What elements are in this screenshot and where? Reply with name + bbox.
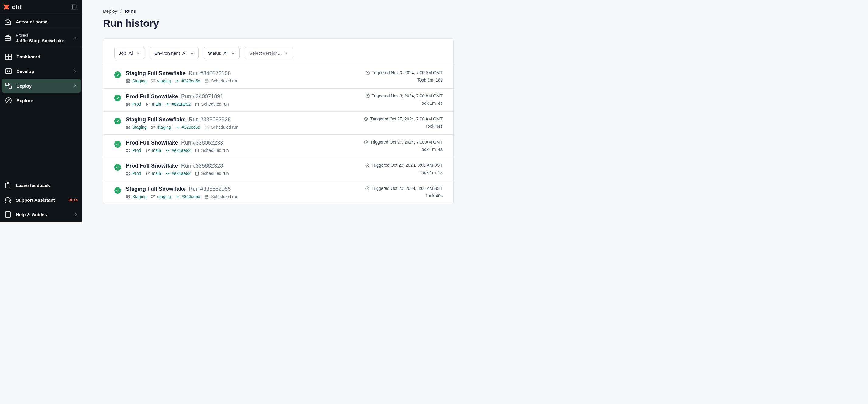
meta-commit[interactable]: #e21ae92 <box>165 171 191 176</box>
headset-icon <box>4 196 11 204</box>
sidebar-item-feedback[interactable]: Leave feedback <box>0 178 82 193</box>
meta-branch[interactable]: staging <box>151 79 171 83</box>
status-success-icon <box>114 95 121 101</box>
sidebar-item-account-home[interactable]: Account home <box>0 14 82 29</box>
run-meta-line: Prod main #e21ae92 Scheduled run <box>126 102 361 107</box>
sidebar-item-support[interactable]: Support Assistant BETA <box>0 193 82 207</box>
meta-environment[interactable]: Staging <box>126 194 147 199</box>
run-title-line: Prod Full Snowflake Run #335882328 <box>126 163 360 169</box>
run-row[interactable]: Staging Full Snowflake Run #335882055 St… <box>103 181 454 204</box>
commit-icon <box>165 171 170 176</box>
meta-env-text: Staging <box>132 125 147 129</box>
sidebar-item-dashboard[interactable]: Dashboard <box>2 50 81 64</box>
run-row[interactable]: Staging Full Snowflake Run #338062928 St… <box>103 112 454 135</box>
filter-status[interactable]: Status All <box>204 47 240 59</box>
sidebar-item-label: Deploy <box>17 83 68 89</box>
svg-point-24 <box>127 82 127 82</box>
breadcrumb-parent[interactable]: Deploy <box>103 8 117 14</box>
meta-branch[interactable]: main <box>146 171 161 176</box>
meta-environment[interactable]: Prod <box>126 102 141 107</box>
meta-environment[interactable]: Staging <box>126 125 147 129</box>
duration-text: Took 1m, 4s <box>420 147 442 152</box>
run-row[interactable]: Prod Full Snowflake Run #338062233 Prod … <box>103 135 454 158</box>
triggered-line: Triggered Oct 27, 2024, 7:00 AM GMT <box>364 140 442 145</box>
meta-branch[interactable]: staging <box>151 125 171 129</box>
svg-rect-106 <box>206 195 209 198</box>
server-icon <box>126 125 130 129</box>
svg-point-73 <box>167 150 168 151</box>
server-icon <box>126 102 130 107</box>
sidebar-item-project[interactable]: Project Jaffle Shop Snowflake <box>0 29 82 47</box>
meta-environment[interactable]: Staging <box>126 79 147 83</box>
filter-value: All <box>129 51 134 56</box>
sidebar-item-label: Support Assistant <box>16 197 63 203</box>
sidebar-item-help[interactable]: Help & Guides <box>0 207 82 222</box>
meta-environment[interactable]: Prod <box>126 148 141 153</box>
run-job-name: Prod Full Snowflake <box>126 163 178 169</box>
svg-marker-14 <box>8 99 9 101</box>
meta-type-text: Scheduled run <box>211 194 238 199</box>
run-number: Run #335882328 <box>181 163 223 169</box>
filter-placeholder: Select version... <box>249 51 282 56</box>
triggered-text: Triggered Oct 27, 2024, 7:00 AM GMT <box>370 117 442 121</box>
run-job-name: Staging Full Snowflake <box>126 117 186 123</box>
run-meta-line: Prod main #e21ae92 Scheduled run <box>126 148 359 153</box>
run-number: Run #340071891 <box>181 93 223 100</box>
filter-label: Job <box>119 51 126 56</box>
sidebar-item-label: Leave feedback <box>16 183 78 188</box>
meta-commit[interactable]: #323cd5d <box>175 125 200 129</box>
filter-environment[interactable]: Environment All <box>150 47 199 59</box>
clock-icon <box>365 70 370 75</box>
run-main: Staging Full Snowflake Run #340072106 St… <box>126 70 361 83</box>
project-labels: Project Jaffle Shop Snowflake <box>16 33 69 43</box>
svg-point-58 <box>177 126 178 128</box>
meta-commit-text: #323cd5d <box>182 79 200 83</box>
meta-branch[interactable]: staging <box>151 194 171 199</box>
meta-env-text: Prod <box>132 148 141 153</box>
meta-commit[interactable]: #e21ae92 <box>165 148 191 153</box>
filter-version[interactable]: Select version... <box>245 47 293 59</box>
meta-branch-text: staging <box>157 79 171 83</box>
collapse-sidebar-button[interactable] <box>70 4 77 10</box>
run-row[interactable]: Prod Full Snowflake Run #340071891 Prod … <box>103 89 454 112</box>
meta-commit[interactable]: #e21ae92 <box>165 102 191 107</box>
meta-branch-text: staging <box>157 194 171 199</box>
filter-job[interactable]: Job All <box>114 47 145 59</box>
duration-text: Took 1m, 18s <box>417 78 442 82</box>
meta-type-text: Scheduled run <box>201 148 228 153</box>
runs-list: Staging Full Snowflake Run #340072106 St… <box>103 65 454 204</box>
sidebar-item-deploy[interactable]: Deploy <box>2 79 81 93</box>
run-right: Triggered Nov 3, 2024, 7:00 AM GMT Took … <box>365 70 442 83</box>
deploy-icon <box>5 82 12 89</box>
svg-point-98 <box>127 195 127 196</box>
meta-commit-text: #e21ae92 <box>172 102 191 107</box>
sidebar-item-develop[interactable]: Develop <box>2 64 81 78</box>
svg-point-69 <box>127 151 127 151</box>
run-row[interactable]: Prod Full Snowflake Run #335882328 Prod … <box>103 158 454 181</box>
sidebar-item-label: Account home <box>16 19 78 24</box>
calendar-icon <box>195 171 199 176</box>
compass-icon <box>5 97 12 104</box>
meta-commit[interactable]: #323cd5d <box>175 194 200 199</box>
chevron-right-icon <box>73 36 78 40</box>
svg-point-103 <box>177 196 178 197</box>
meta-commit[interactable]: #323cd5d <box>175 79 200 83</box>
logo[interactable]: dbt <box>2 3 21 11</box>
svg-rect-19 <box>5 212 10 217</box>
triggered-text: Triggered Oct 27, 2024, 7:00 AM GMT <box>370 140 442 145</box>
meta-branch[interactable]: main <box>146 148 161 153</box>
meta-environment[interactable]: Prod <box>126 171 141 176</box>
svg-rect-5 <box>9 54 11 56</box>
run-job-name: Staging Full Snowflake <box>126 186 186 192</box>
svg-point-70 <box>146 149 147 150</box>
run-main: Staging Full Snowflake Run #335882055 St… <box>126 186 360 199</box>
run-row[interactable]: Staging Full Snowflake Run #340072106 St… <box>103 65 454 89</box>
sidebar-item-explore[interactable]: Explore <box>2 93 81 107</box>
svg-point-68 <box>127 149 127 149</box>
branch-icon <box>146 148 150 153</box>
status-success-icon <box>114 118 121 124</box>
run-title-line: Staging Full Snowflake Run #335882055 <box>126 186 360 192</box>
meta-commit-text: #323cd5d <box>182 125 200 129</box>
meta-branch[interactable]: main <box>146 102 161 107</box>
clock-icon <box>365 186 370 191</box>
